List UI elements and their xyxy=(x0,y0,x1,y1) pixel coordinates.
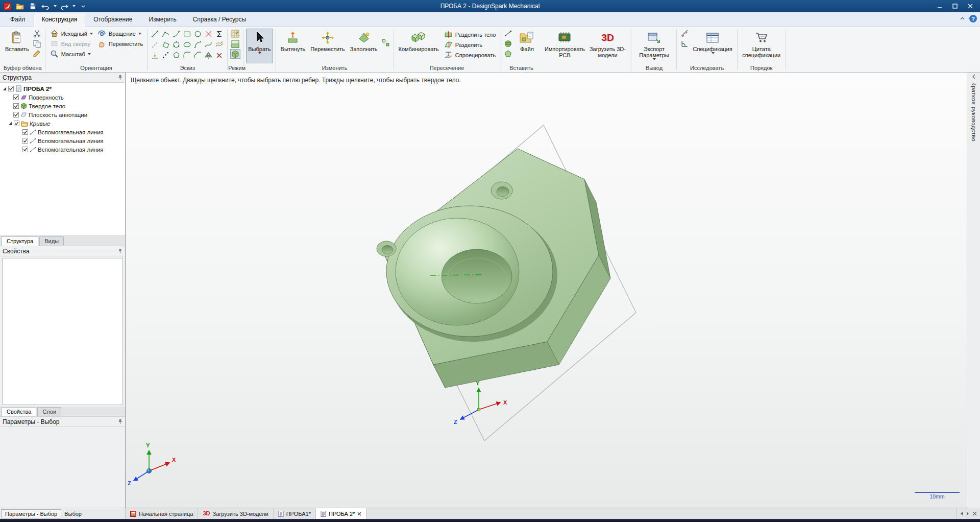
sketch-ellipse-icon[interactable] xyxy=(183,40,191,49)
project-button[interactable]: Спроецировать xyxy=(442,50,498,60)
scroll-tabs-right-icon[interactable] xyxy=(965,511,970,516)
checkbox[interactable] xyxy=(22,147,28,152)
checkbox[interactable] xyxy=(22,129,28,135)
dropdown-caret-icon[interactable] xyxy=(90,33,93,35)
spin-button[interactable]: Вращение xyxy=(95,29,144,38)
sketch-mode-icon[interactable] xyxy=(230,29,240,38)
tab-layers[interactable]: Слои xyxy=(37,407,61,416)
close-tab-icon[interactable] xyxy=(357,512,361,516)
status-parameters-tab[interactable]: Параметры - Выбор xyxy=(1,509,61,518)
sketch-mirror-icon[interactable] xyxy=(204,51,213,60)
sketch-chamfer-icon[interactable] xyxy=(193,51,202,60)
import-pcb-button[interactable]: Импортировать PCB xyxy=(544,29,585,63)
mass-properties-icon[interactable] xyxy=(679,39,690,49)
sketch-arc-icon[interactable] xyxy=(193,40,202,49)
expander-icon[interactable] xyxy=(8,121,12,126)
sketch-polygon-icon[interactable] xyxy=(172,51,181,60)
copy-icon[interactable] xyxy=(32,39,42,49)
sketch-construction-line-icon[interactable] xyxy=(151,40,159,49)
zoom-button[interactable]: Масштаб xyxy=(48,49,94,59)
tab-help-resources[interactable]: Справка / Ресурсы xyxy=(185,13,254,26)
pattern-tool-icon[interactable] xyxy=(381,38,391,48)
sketch-line-icon[interactable] xyxy=(151,30,159,38)
help-icon[interactable]: ? xyxy=(969,15,977,22)
collapse-ribbon-icon[interactable] xyxy=(960,16,965,21)
insert-line-icon[interactable] xyxy=(503,29,513,38)
bom-button[interactable]: Спецификация xyxy=(691,29,734,63)
dropdown-caret-icon[interactable] xyxy=(88,53,91,55)
dropdown-caret-icon[interactable] xyxy=(712,52,715,54)
insert-file-button[interactable]: Файл xyxy=(514,29,540,63)
tab-measure[interactable]: Измерить xyxy=(140,13,184,26)
load-3d-models-button[interactable]: 3D Загрузить 3D-модели xyxy=(586,29,628,63)
solid-model[interactable] xyxy=(377,149,610,388)
dropdown-caret-icon[interactable] xyxy=(258,52,261,54)
corner-axis-triad[interactable]: Y X Z xyxy=(128,442,176,486)
checkbox[interactable] xyxy=(13,94,19,100)
top-view-button[interactable]: Вид сверху xyxy=(48,39,94,49)
minimize-button[interactable] xyxy=(932,1,947,11)
pin-icon[interactable] xyxy=(118,419,122,424)
pin-icon[interactable] xyxy=(118,75,122,80)
export-options-button[interactable]: Экспорт Параметры xyxy=(634,29,674,63)
tree-item-construction-line[interactable]: Вспомогательная линия xyxy=(1,136,124,145)
sketch-trim-icon[interactable] xyxy=(204,30,213,38)
quick-guide-tab[interactable]: Краткое руководство xyxy=(971,82,977,141)
sketch-project-icon[interactable] xyxy=(151,51,159,60)
checkbox[interactable] xyxy=(13,103,19,109)
combine-button[interactable]: Комбинировать xyxy=(397,29,441,63)
tab-structure[interactable]: Структура xyxy=(2,236,38,246)
tree-item-construction-line[interactable]: Вспомогательная линия xyxy=(1,145,124,154)
tree-item-annotation-plane[interactable]: Плоскость аннотации xyxy=(1,110,124,119)
doc-tab-home[interactable]: Начальная страница xyxy=(126,508,198,519)
solid-mode-icon[interactable] xyxy=(230,49,240,59)
checkbox[interactable] xyxy=(8,86,14,91)
open-file-button[interactable] xyxy=(15,2,25,11)
section-mode-icon[interactable] xyxy=(230,39,240,49)
scroll-tabs-left-icon[interactable] xyxy=(960,511,964,516)
checkbox[interactable] xyxy=(14,121,19,126)
quote-bom-button[interactable]: Цитата спецификации xyxy=(740,29,783,63)
tree-item-construction-line[interactable]: Вспомогательная линия xyxy=(1,128,124,136)
tab-properties[interactable]: Свойства xyxy=(2,407,36,416)
close-document-icon[interactable] xyxy=(972,511,977,516)
redo-button[interactable] xyxy=(59,2,69,11)
doc-tab-proba1[interactable]: ПРОБА1* xyxy=(274,508,316,519)
maximize-button[interactable] xyxy=(947,1,963,11)
close-button[interactable] xyxy=(963,1,978,11)
measure-icon[interactable] xyxy=(679,29,690,38)
customize-toolbar-caret-icon[interactable] xyxy=(78,2,88,11)
pull-button[interactable]: Вытянуть xyxy=(279,29,308,63)
cut-icon[interactable] xyxy=(32,29,42,38)
tree-item-solid[interactable]: Твердое тело xyxy=(1,102,124,110)
home-view-button[interactable]: Исходный xyxy=(48,29,94,38)
properties-grid[interactable] xyxy=(2,258,123,405)
paste-button[interactable]: Вставить xyxy=(3,29,31,63)
sketch-tangent-arc-icon[interactable] xyxy=(172,30,181,38)
collapse-panel-icon[interactable] xyxy=(971,74,976,79)
3d-viewport[interactable]: Y X Z Y X Z xyxy=(126,73,967,508)
tab-file[interactable]: Файл xyxy=(2,13,34,26)
split-face-button[interactable]: Разделить xyxy=(442,40,498,50)
tab-views[interactable]: Виды xyxy=(39,236,64,246)
sketch-circle-icon[interactable] xyxy=(193,30,202,38)
tab-display[interactable]: Отображение xyxy=(85,13,140,26)
insert-sphere-icon[interactable] xyxy=(503,39,513,49)
tree-item-surface[interactable]: Поверхность xyxy=(1,93,124,102)
design-canvas[interactable]: Щелкните объект. Дважды щелкните, чтобы … xyxy=(126,73,967,508)
select-button[interactable]: Выбрать xyxy=(246,29,273,63)
fill-button[interactable]: Заполнить xyxy=(348,29,380,63)
app-logo-icon[interactable] xyxy=(2,2,12,11)
tree-item-curves-folder[interactable]: Кривые xyxy=(1,119,124,128)
dropdown-caret-icon[interactable] xyxy=(138,33,141,35)
checkbox[interactable] xyxy=(22,138,28,144)
insert-polygon-icon[interactable] xyxy=(503,49,513,59)
save-button[interactable] xyxy=(28,2,38,11)
pan-button[interactable]: Переместить xyxy=(95,39,144,49)
undo-button[interactable] xyxy=(40,2,51,11)
sketch-delete-icon[interactable] xyxy=(215,51,224,60)
sketch-three-point-circle-icon[interactable] xyxy=(172,40,181,49)
sketch-fillet-icon[interactable] xyxy=(183,51,191,60)
sketch-rectangle-icon[interactable] xyxy=(183,30,191,38)
undo-dropdown-caret-icon[interactable] xyxy=(54,5,57,7)
